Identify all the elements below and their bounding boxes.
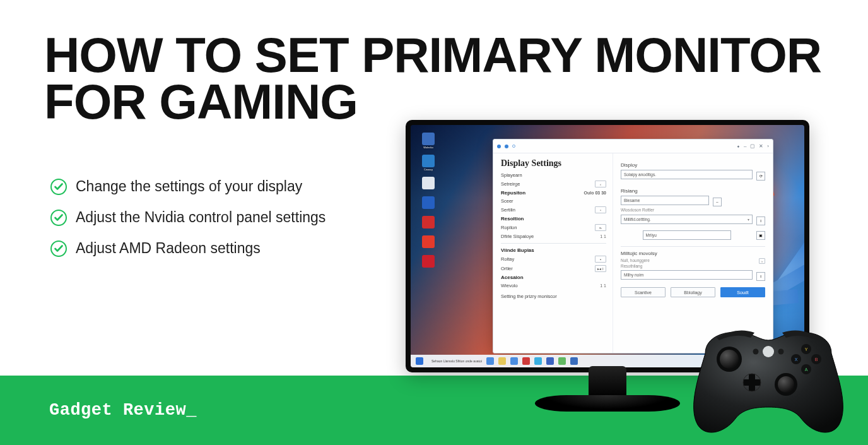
resolution-select[interactable]: Blesame (621, 196, 709, 205)
settings-row[interactable]: Ortler▸◂ I (501, 264, 606, 273)
bullet-text: Change the settings of your display (76, 178, 302, 195)
check-icon (50, 210, 67, 226)
check-icon (50, 179, 67, 195)
settings-footer-text: Setting the prizry moniscor (501, 294, 606, 299)
refresh-icon[interactable]: ⟳ (756, 172, 765, 181)
page-title: HOW TO SET PRIMARY MONITOR FOR GAMING (44, 32, 821, 125)
taskbar-app-icon[interactable] (534, 357, 542, 365)
box-icon[interactable]: ▣ (756, 231, 765, 240)
right-panel-title: Disploy (621, 162, 765, 168)
svg-point-17 (778, 349, 784, 355)
stepper-icon[interactable]: • (595, 256, 606, 263)
taskbar-text: Sehaon Llansslo Sfition onde auatoi (431, 359, 482, 363)
bullet-item: Change the settings of your display (50, 178, 326, 195)
settings-row[interactable]: Ropllon▪› (501, 223, 606, 232)
desktop-icon[interactable] (418, 255, 438, 269)
sub-label: Resothllang (621, 264, 765, 268)
monitor-stand (589, 366, 626, 398)
check-icon (50, 240, 67, 257)
dropdown-field[interactable]: Millifid.cettting.▾ (621, 215, 753, 224)
bullet-list: Change the settings of your display Adju… (50, 178, 326, 257)
stepper-icon[interactable]: ▸◂ I (595, 265, 606, 272)
settings-row[interactable]: Roltay• (501, 254, 606, 264)
taskbar-app-icon[interactable] (522, 357, 530, 365)
desktop-icon[interactable]: Cinoscy (418, 155, 438, 171)
tab-dot-icon (512, 145, 515, 148)
window-control-icon[interactable]: ⬥ (737, 143, 740, 149)
settings-section-title: Viinde Buplas (501, 246, 606, 254)
settings-row[interactable]: Sertilin▫ (501, 205, 606, 215)
settings-left-panel: Display Settings Splayearn Setreirge‹ Re… (493, 153, 613, 353)
apply-button[interactable]: Bbloliagy (671, 287, 715, 297)
svg-text:Y: Y (805, 347, 808, 352)
dialog-buttons: Scantive Bbloliagy Soudt (621, 287, 765, 297)
desktop-icon[interactable]: Wolecko (418, 133, 438, 149)
text-field[interactable]: Mllhy noim (621, 270, 753, 280)
arrow-icon[interactable]: › (759, 258, 765, 264)
desktop-icon[interactable] (418, 196, 438, 210)
desktop-icon[interactable] (418, 216, 438, 230)
settings-row[interactable]: Wievolo1 1 (501, 282, 606, 290)
maximize-icon[interactable]: ▢ (750, 143, 755, 149)
taskbar-app-icon[interactable] (486, 357, 494, 365)
settings-row[interactable]: Setreirge‹ (501, 179, 606, 189)
taskbar-app-icon[interactable] (546, 357, 554, 365)
desktop-icon[interactable] (418, 235, 438, 249)
desktop-icon[interactable] (418, 177, 438, 191)
edit-icon[interactable]: I (756, 217, 765, 225)
svg-text:A: A (805, 367, 808, 372)
window-control-icon[interactable]: › (767, 143, 769, 149)
edit-icon[interactable]: I (756, 272, 765, 281)
svg-point-15 (763, 346, 774, 357)
svg-rect-5 (749, 374, 755, 391)
titlebar-tabs (497, 145, 515, 148)
settings-row[interactable]: Resoltion (501, 215, 606, 223)
svg-text:B: B (815, 357, 818, 362)
bullet-text: Adjust AMD Radeon settings (76, 240, 261, 257)
display-select[interactable]: Solaipy anoditigs. (621, 170, 753, 179)
taskbar-app-icon[interactable] (510, 357, 518, 365)
settings-row[interactable]: Acesaion (501, 273, 606, 282)
game-controller-icon: Y X B A (680, 319, 857, 439)
chevron-down-icon: ▾ (748, 217, 749, 222)
section-label: Risiang (621, 188, 765, 194)
minimize-icon[interactable]: – (744, 143, 746, 149)
stepper-icon[interactable]: ▪› (595, 224, 606, 231)
taskbar-app-icon[interactable] (558, 357, 566, 365)
svg-point-16 (753, 349, 759, 355)
svg-text:X: X (795, 357, 798, 362)
start-icon[interactable] (416, 357, 423, 365)
settings-row[interactable]: Sceer (501, 197, 606, 205)
dropdown-field[interactable]: Mriiyu (643, 230, 731, 240)
bullet-item: Adjust AMD Radeon settings (50, 240, 326, 257)
title-line-2: FOR GAMING (44, 74, 358, 129)
bullet-item: Adjust the Nvidia control panel settings (50, 209, 326, 226)
monitor-stand-base (535, 395, 680, 412)
desktop-icons: Wolecko Cinoscy (418, 133, 438, 269)
window-titlebar[interactable]: ⬥ – ▢ ✕ › (493, 139, 773, 153)
settings-heading: Display Settings (501, 158, 606, 169)
tab-dot-icon (505, 145, 508, 148)
settings-row[interactable]: Splayearn (501, 171, 606, 179)
sub-label: Wlosdoson Rottler (621, 208, 765, 212)
ok-button[interactable]: Soudt (720, 287, 765, 297)
sub-label: Null, hounggere (621, 258, 650, 264)
close-icon[interactable]: ✕ (759, 143, 763, 149)
brand-logo: Gadget Review_ (49, 401, 197, 420)
svg-point-3 (778, 376, 794, 393)
cancel-button[interactable]: Scantive (621, 287, 666, 297)
bullet-text: Adjust the Nvidia control panel settings (76, 209, 326, 226)
settings-icon[interactable]: – (713, 198, 722, 206)
stepper-icon[interactable]: ▫ (595, 206, 606, 213)
settings-row[interactable]: RepusitonOulo 03 30 (501, 189, 606, 197)
taskbar-app-icon[interactable] (498, 357, 506, 365)
stepper-icon[interactable]: ‹ (595, 181, 606, 187)
settings-row[interactable]: Dfirle Sispaloye1 1 (501, 232, 606, 240)
tab-dot-icon (497, 145, 501, 148)
section-label: Milltojic movolsy (621, 251, 765, 256)
svg-point-1 (720, 350, 739, 369)
taskbar-app-icon[interactable] (570, 357, 578, 365)
